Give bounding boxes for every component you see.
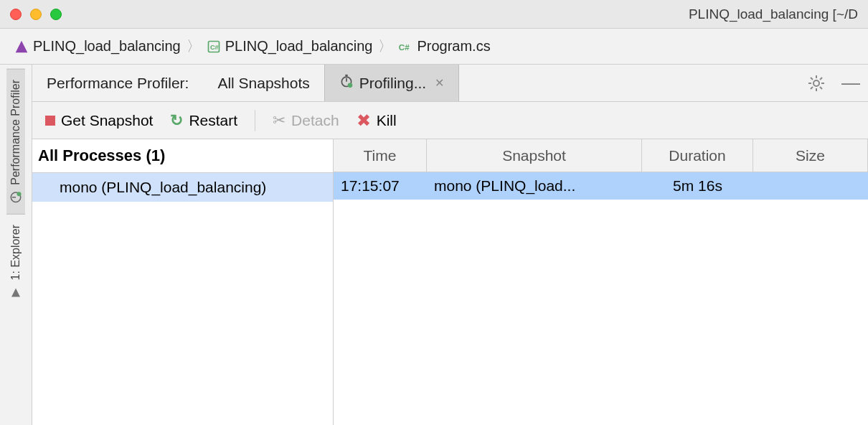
button-label: Detach: [291, 112, 339, 129]
breadcrumb-label: PLINQ_load_balancing: [225, 38, 373, 55]
grid-header: Time Snapshot Duration Size: [334, 139, 868, 172]
button-label: Restart: [189, 112, 237, 129]
svg-text:C#: C#: [399, 42, 410, 52]
svg-marker-0: [16, 40, 28, 52]
snapshot-row[interactable]: 17:15:07 mono (PLINQ_load... 5m 16s: [334, 172, 868, 200]
separator: [255, 110, 255, 131]
breadcrumb-item-project[interactable]: PLINQ_load_balancing: [14, 38, 181, 55]
stop-record-icon: [45, 116, 55, 126]
cell-duration: 5m 16s: [642, 172, 753, 200]
traffic-lights: [10, 9, 62, 20]
restart-icon: ↻: [170, 111, 183, 130]
window-title: PLINQ_load_balancing [~/D: [689, 6, 858, 22]
kill-button[interactable]: ✖ Kill: [357, 111, 397, 131]
svg-rect-8: [345, 75, 347, 77]
csharp-file-icon: C#: [398, 39, 412, 54]
titlebar: PLINQ_load_balancing [~/D: [0, 0, 868, 29]
svg-point-5: [17, 192, 22, 196]
button-label: Get Snapshot: [61, 112, 153, 129]
process-tree-header: All Processes (1): [32, 139, 333, 173]
breadcrumb-item-file[interactable]: C# Program.cs: [398, 38, 490, 55]
rail-tab-explorer[interactable]: 1: Explorer: [6, 215, 25, 309]
kill-icon: ✖: [357, 111, 371, 131]
restart-button[interactable]: ↻ Restart: [170, 111, 237, 130]
chevron-right-icon: 〉: [187, 37, 201, 56]
svg-point-9: [347, 83, 352, 88]
minimize-window-icon[interactable]: [30, 9, 42, 20]
process-tree: All Processes (1) mono (PLINQ_load_balan…: [32, 139, 334, 425]
hide-panel-icon[interactable]: —: [841, 73, 861, 93]
close-tab-icon[interactable]: ✕: [435, 76, 444, 90]
detach-icon: ✂: [273, 111, 286, 130]
tab-label: All Snapshots: [217, 75, 309, 92]
svg-line-16: [820, 87, 822, 89]
svg-line-17: [811, 87, 813, 89]
column-time[interactable]: Time: [334, 139, 427, 172]
profiler-body: All Processes (1) mono (PLINQ_load_balan…: [32, 139, 868, 425]
get-snapshot-button[interactable]: Get Snapshot: [45, 112, 153, 129]
tab-label: Profiling...: [359, 75, 426, 92]
process-tree-row[interactable]: mono (PLINQ_load_balancing): [32, 173, 333, 202]
column-duration[interactable]: Duration: [642, 139, 753, 172]
gear-icon[interactable]: [806, 73, 826, 93]
detach-button[interactable]: ✂ Detach: [273, 111, 339, 130]
profiler-icon: [9, 191, 22, 204]
chevron-right-icon: 〉: [378, 37, 392, 56]
breadcrumb-label: Program.cs: [417, 38, 490, 55]
snapshots-grid: Time Snapshot Duration Size 17:15:07 mon…: [334, 139, 868, 425]
rail-tab-performance-profiler[interactable]: Performance Profiler: [6, 69, 25, 215]
breadcrumb-label: PLINQ_load_balancing: [33, 38, 181, 55]
svg-line-18: [820, 78, 822, 80]
csproj-icon: C#: [207, 39, 221, 54]
explorer-icon: [9, 286, 22, 299]
cell-snapshot: mono (PLINQ_load...: [427, 172, 642, 200]
stopwatch-icon: [339, 74, 354, 92]
tab-all-snapshots[interactable]: All Snapshots: [203, 65, 324, 101]
svg-text:C#: C#: [210, 44, 219, 51]
panel-tabs: Performance Profiler: All Snapshots Prof…: [32, 65, 868, 102]
cell-size: [753, 172, 868, 200]
svg-line-15: [811, 78, 813, 80]
column-size[interactable]: Size: [753, 139, 868, 172]
cell-time: 17:15:07: [334, 172, 427, 200]
maximize-window-icon[interactable]: [50, 9, 62, 20]
project-icon: [14, 39, 29, 54]
tool-window-rail: Performance Profiler 1: Explorer: [0, 65, 32, 425]
svg-point-10: [813, 80, 819, 86]
close-window-icon[interactable]: [10, 9, 22, 20]
breadcrumb-item-csproj[interactable]: C# PLINQ_load_balancing: [207, 38, 373, 55]
svg-marker-6: [11, 288, 20, 296]
column-snapshot[interactable]: Snapshot: [427, 139, 642, 172]
profiler-panel: Performance Profiler: All Snapshots Prof…: [32, 65, 868, 425]
button-label: Kill: [377, 112, 397, 129]
tab-profiling[interactable]: Profiling... ✕: [324, 65, 459, 101]
breadcrumb: PLINQ_load_balancing 〉 C# PLINQ_load_bal…: [0, 29, 868, 65]
panel-title: Performance Profiler:: [32, 75, 203, 92]
rail-tab-label: 1: Explorer: [9, 225, 22, 280]
rail-tab-label: Performance Profiler: [9, 80, 22, 185]
profiler-toolbar: Get Snapshot ↻ Restart ✂ Detach ✖ Kill: [32, 102, 868, 139]
